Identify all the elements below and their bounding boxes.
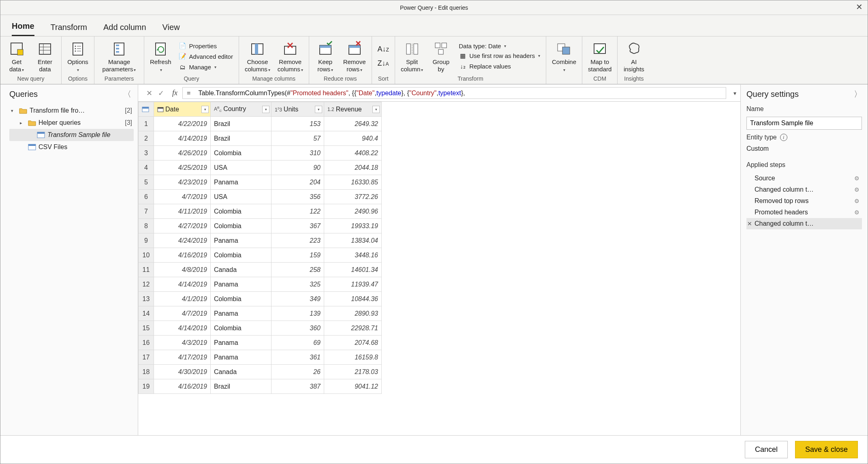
cell-revenue[interactable]: 2649.32 bbox=[324, 117, 382, 131]
filter-button[interactable]: ▾ bbox=[315, 106, 322, 113]
cell-revenue[interactable]: 10844.36 bbox=[324, 292, 382, 306]
cell-units[interactable]: 223 bbox=[272, 233, 324, 248]
cell-date[interactable]: 4/8/2019 bbox=[154, 263, 211, 277]
row-header[interactable]: 1 bbox=[139, 117, 154, 131]
save-close-button[interactable]: Save & close bbox=[795, 441, 858, 458]
row-header[interactable]: 12 bbox=[139, 277, 154, 292]
map-to-standard-button[interactable]: Map to standard bbox=[585, 38, 615, 75]
row-header[interactable]: 3 bbox=[139, 146, 154, 160]
cell-date[interactable]: 4/26/2019 bbox=[154, 146, 211, 160]
gear-icon[interactable]: ⚙ bbox=[854, 198, 859, 204]
cell-units[interactable]: 387 bbox=[272, 379, 324, 394]
table-row[interactable]: 54/23/2019Panama20416330.85 bbox=[139, 175, 382, 190]
row-header[interactable]: 10 bbox=[139, 248, 154, 263]
cell-units[interactable]: 349 bbox=[272, 292, 324, 306]
cell-units[interactable]: 57 bbox=[272, 131, 324, 146]
row-header[interactable]: 15 bbox=[139, 321, 154, 336]
manage-button[interactable]: 🗂 Manage ▾ bbox=[179, 63, 233, 71]
sort-desc-button[interactable]: Z↓A bbox=[378, 59, 389, 68]
cell-date[interactable]: 4/3/2019 bbox=[154, 336, 211, 350]
cell-units[interactable]: 139 bbox=[272, 306, 324, 321]
cell-units[interactable]: 258 bbox=[272, 263, 324, 277]
cell-units[interactable]: 356 bbox=[272, 190, 324, 204]
cell-country[interactable]: Panama bbox=[211, 277, 272, 292]
cell-date[interactable]: 4/16/2019 bbox=[154, 379, 211, 394]
column-header-date[interactable]: Date▾ bbox=[154, 102, 211, 117]
tab-home[interactable]: Home bbox=[12, 21, 34, 36]
table-row[interactable]: 64/7/2019USA3563772.26 bbox=[139, 190, 382, 204]
table-row[interactable]: 154/14/2019Colombia36022928.71 bbox=[139, 321, 382, 336]
cell-units[interactable]: 310 bbox=[272, 146, 324, 160]
formula-commit-icon[interactable]: ✓ bbox=[158, 89, 164, 98]
cell-date[interactable]: 4/22/2019 bbox=[154, 117, 211, 131]
applied-step[interactable]: Changed column t…⚙ bbox=[746, 184, 862, 195]
table-row[interactable]: 104/16/2019Colombia1593448.16 bbox=[139, 248, 382, 263]
table-row[interactable]: 134/1/2019Colombia34910844.36 bbox=[139, 292, 382, 306]
cell-country[interactable]: USA bbox=[211, 190, 272, 204]
table-row[interactable]: 24/14/2019Brazil57940.4 bbox=[139, 131, 382, 146]
table-row[interactable]: 94/24/2019Panama22313834.04 bbox=[139, 233, 382, 248]
info-icon[interactable]: i bbox=[780, 134, 787, 141]
ai-insights-button[interactable]: AI insights bbox=[620, 38, 648, 75]
gear-icon[interactable]: ⚙ bbox=[854, 209, 859, 216]
cell-revenue[interactable]: 22928.71 bbox=[324, 321, 382, 336]
cell-date[interactable]: 4/7/2019 bbox=[154, 306, 211, 321]
gear-icon[interactable]: ⚙ bbox=[854, 186, 859, 193]
tree-query[interactable]: Transform Sample file bbox=[9, 129, 134, 141]
cell-date[interactable]: 4/11/2019 bbox=[154, 204, 211, 219]
cell-date[interactable]: 4/14/2019 bbox=[154, 131, 211, 146]
options-button[interactable]: Options▾ bbox=[64, 38, 92, 75]
properties-button[interactable]: 📄 Properties bbox=[179, 42, 233, 50]
enter-data-button[interactable]: Enter data bbox=[31, 38, 59, 75]
formula-input[interactable]: = Table.TransformColumnTypes(#"Promoted … bbox=[182, 87, 726, 99]
tree-folder[interactable]: ▸Helper queries[3] bbox=[9, 117, 134, 129]
refresh-button[interactable]: Refresh▾ bbox=[147, 38, 175, 75]
get-data-button[interactable]: Get data▾ bbox=[3, 38, 30, 75]
cell-units[interactable]: 325 bbox=[272, 277, 324, 292]
sort-asc-button[interactable]: A↓Z bbox=[378, 45, 389, 53]
tab-add-column[interactable]: Add column bbox=[103, 23, 146, 36]
advanced-editor-button[interactable]: 📝 Advanced editor bbox=[179, 52, 233, 60]
filter-button[interactable]: ▾ bbox=[372, 106, 380, 113]
cell-units[interactable]: 360 bbox=[272, 321, 324, 336]
formula-cancel-icon[interactable]: ✕ bbox=[146, 89, 152, 98]
cell-revenue[interactable]: 2074.68 bbox=[324, 336, 382, 350]
cell-revenue[interactable]: 14601.34 bbox=[324, 263, 382, 277]
column-header-country[interactable]: ABCCountry▾ bbox=[211, 102, 272, 117]
column-header-revenue[interactable]: 1.2Revenue▾ bbox=[324, 102, 382, 117]
cell-country[interactable]: Brazil bbox=[211, 379, 272, 394]
cell-date[interactable]: 4/17/2019 bbox=[154, 350, 211, 365]
combine-button[interactable]: Combine▾ bbox=[549, 38, 579, 75]
manage-parameters-button[interactable]: Manage parameters▾ bbox=[97, 38, 141, 75]
table-row[interactable]: 14/22/2019Brazil1532649.32 bbox=[139, 117, 382, 131]
cell-revenue[interactable]: 940.4 bbox=[324, 131, 382, 146]
cell-date[interactable]: 4/24/2019 bbox=[154, 233, 211, 248]
table-row[interactable]: 74/11/2019Colombia1222490.96 bbox=[139, 204, 382, 219]
choose-columns-button[interactable]: Choose columns▾ bbox=[242, 38, 274, 75]
cell-country[interactable]: Canada bbox=[211, 365, 272, 379]
row-header[interactable]: 11 bbox=[139, 263, 154, 277]
cell-country[interactable]: USA bbox=[211, 160, 272, 175]
row-header[interactable]: 17 bbox=[139, 350, 154, 365]
replace-values-button[interactable]: ↓₂ Replace values bbox=[459, 62, 540, 71]
table-row[interactable]: 144/7/2019Panama1392890.93 bbox=[139, 306, 382, 321]
cell-date[interactable]: 4/14/2019 bbox=[154, 277, 211, 292]
cell-date[interactable]: 4/14/2019 bbox=[154, 321, 211, 336]
cell-revenue[interactable]: 2178.03 bbox=[324, 365, 382, 379]
filter-button[interactable]: ▾ bbox=[262, 106, 269, 113]
tab-transform[interactable]: Transform bbox=[51, 23, 87, 36]
cell-date[interactable]: 4/23/2019 bbox=[154, 175, 211, 190]
remove-rows-button[interactable]: Remove rows▾ bbox=[340, 38, 369, 75]
tree-query[interactable]: CSV Files bbox=[9, 141, 134, 153]
data-type-button[interactable]: Data type: Date ▾ bbox=[459, 43, 540, 49]
cell-revenue[interactable]: 2490.96 bbox=[324, 204, 382, 219]
cell-units[interactable]: 159 bbox=[272, 248, 324, 263]
table-row[interactable]: 34/26/2019Colombia3104408.22 bbox=[139, 146, 382, 160]
row-header[interactable]: 5 bbox=[139, 175, 154, 190]
cell-revenue[interactable]: 19933.19 bbox=[324, 219, 382, 233]
cell-revenue[interactable]: 2044.18 bbox=[324, 160, 382, 175]
cell-country[interactable]: Canada bbox=[211, 263, 272, 277]
row-header[interactable]: 14 bbox=[139, 306, 154, 321]
table-row[interactable]: 124/14/2019Panama32511939.47 bbox=[139, 277, 382, 292]
cell-country[interactable]: Panama bbox=[211, 350, 272, 365]
